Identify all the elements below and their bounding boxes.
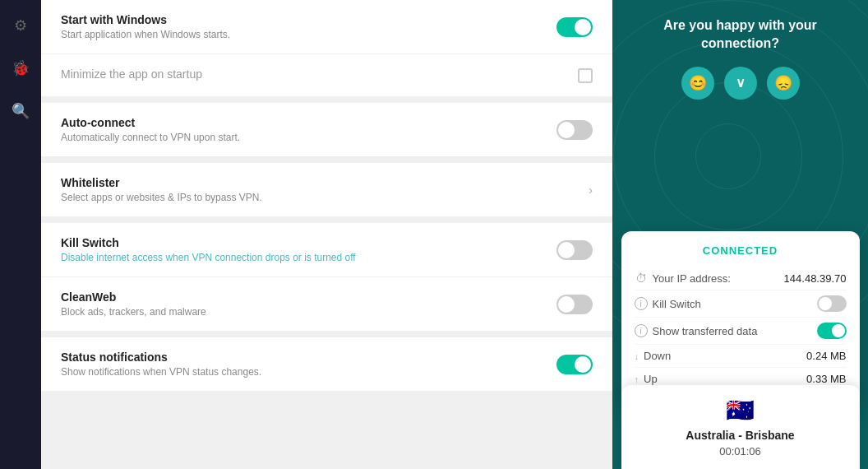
transferred-toggle[interactable] [817, 323, 847, 339]
down-row: ↓ Down 0.24 MB [635, 345, 847, 368]
autoconnect-section: Auto-connect Automatically connect to VP… [41, 103, 612, 156]
whitelister-section: Whitelister Select apps or websites & IP… [41, 163, 612, 216]
question-text: Are you happy with your connection? [650, 16, 831, 53]
minimize-startup-item: Minimize the app on startup [41, 54, 612, 96]
auto-connect-desc: Automatically connect to VPN upon start. [61, 132, 240, 143]
kill-switch-row: i Kill Switch [635, 290, 847, 318]
start-windows-desc: Start application when Windows starts. [61, 29, 230, 40]
location-card: 🇦🇺 Australia - Brisbane 00:01:06 [621, 385, 860, 469]
sad-button[interactable]: 😞 [767, 67, 800, 100]
status-notifications-toggle[interactable] [556, 355, 593, 374]
ip-label: Your IP address: [653, 272, 731, 285]
up-label: Up [644, 373, 658, 385]
cleanweb-title: CleanWeb [61, 290, 206, 304]
up-value: 0.33 MB [806, 373, 846, 385]
ip-row: ⏱ Your IP address: 144.48.39.70 [635, 267, 847, 290]
kill-switch-info-icon: i [635, 297, 648, 310]
security-section: Kill Switch Disable internet access when… [41, 223, 612, 331]
vpn-panel: Are you happy with your connection? 😊 ∨ … [612, 0, 868, 469]
transferred-info-icon: i [635, 324, 648, 337]
minimize-startup-checkbox[interactable] [578, 68, 593, 83]
cleanweb-toggle[interactable] [556, 295, 593, 314]
minimize-startup-title: Minimize the app on startup [61, 67, 202, 81]
country-flag: 🇦🇺 [635, 397, 847, 424]
settings-icon[interactable]: ⚙ [14, 16, 27, 35]
chevron-down-button[interactable]: ∨ [724, 67, 757, 100]
emoji-buttons: 😊 ∨ 😞 [650, 67, 831, 100]
sidebar: ⚙ 🐞 🔍 [0, 0, 41, 469]
up-arrow-icon: ↑ [635, 374, 639, 384]
kill-switch-title: Kill Switch [61, 236, 356, 249]
status-notifications-item: Status notifications Show notifications … [41, 337, 612, 391]
auto-connect-item: Auto-connect Automatically connect to VP… [41, 103, 612, 156]
cleanweb-item: CleanWeb Block ads, trackers, and malwar… [41, 277, 612, 331]
connection-time: 00:01:06 [635, 445, 847, 457]
ip-value: 144.48.39.70 [784, 272, 847, 285]
search-icon[interactable]: 🔍 [12, 102, 30, 120]
kill-switch-toggle[interactable] [556, 240, 593, 260]
whitelister-desc: Select apps or websites & IPs to bypass … [61, 192, 262, 203]
connected-card: CONNECTED ⏱ Your IP address: 144.48.39.7… [621, 231, 860, 403]
kill-switch-desc: Disable internet access when VPN connect… [61, 252, 356, 263]
kill-switch-card-toggle[interactable] [817, 295, 847, 312]
bug-icon[interactable]: 🐞 [12, 59, 30, 77]
down-arrow-icon: ↓ [635, 351, 639, 361]
startup-section: Start with Windows Start application whe… [41, 0, 612, 96]
start-windows-item: Start with Windows Start application whe… [41, 0, 612, 54]
kill-switch-row-label: Kill Switch [653, 298, 701, 310]
notifications-section: Status notifications Show notifications … [41, 337, 612, 391]
auto-connect-title: Auto-connect [61, 116, 240, 129]
transferred-label: Show transferred data [653, 325, 758, 337]
kill-switch-item: Kill Switch Disable internet access when… [41, 223, 612, 277]
status-notifications-desc: Show notifications when VPN status chang… [61, 366, 261, 378]
start-windows-toggle[interactable] [556, 17, 593, 37]
transferred-row: i Show transferred data [635, 318, 847, 345]
question-card: Are you happy with your connection? 😊 ∨ … [650, 16, 831, 100]
start-windows-title: Start with Windows [61, 13, 230, 26]
whitelister-item[interactable]: Whitelister Select apps or websites & IP… [41, 163, 612, 216]
ip-icon: ⏱ [635, 272, 648, 285]
whitelister-chevron: › [589, 183, 593, 197]
whitelister-title: Whitelister [61, 176, 262, 189]
cleanweb-desc: Block ads, trackers, and malware [61, 306, 206, 318]
down-value: 0.24 MB [806, 350, 846, 362]
auto-connect-toggle[interactable] [556, 120, 593, 140]
status-notifications-title: Status notifications [61, 351, 261, 364]
settings-panel: Start with Windows Start application whe… [41, 0, 612, 469]
location-name: Australia - Brisbane [635, 429, 847, 442]
down-label: Down [644, 350, 671, 362]
connected-label: CONNECTED [635, 244, 847, 257]
happy-button[interactable]: 😊 [681, 67, 714, 100]
